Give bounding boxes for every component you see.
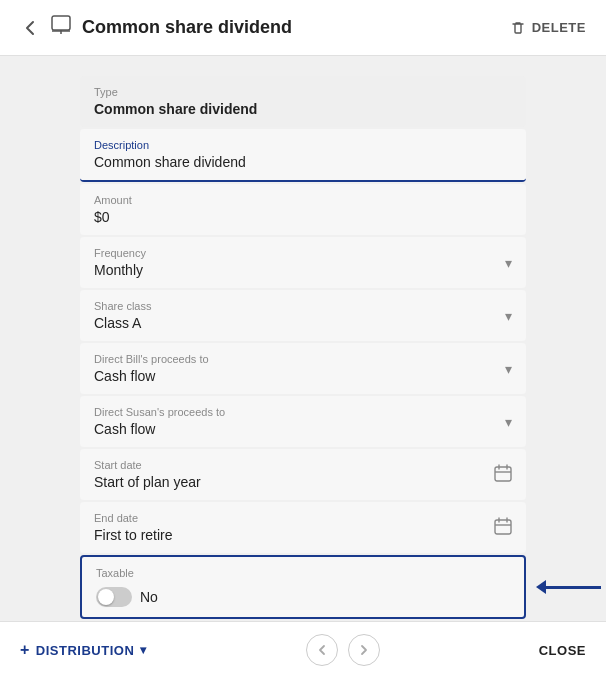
nav-arrows (306, 634, 380, 666)
header-left: Common share dividend (20, 14, 292, 41)
end-date-value: First to retire (94, 527, 173, 543)
end-date-label: End date (94, 512, 173, 524)
direct-bill-dropdown-icon: ▾ (505, 361, 512, 377)
person-icon (50, 14, 72, 41)
nav-prev-button[interactable] (306, 634, 338, 666)
svg-rect-3 (495, 467, 511, 481)
frequency-dropdown-icon: ▾ (505, 255, 512, 271)
form-content: Type Common share dividend Description C… (0, 56, 606, 621)
direct-bill-label: Direct Bill's proceeds to (94, 353, 209, 365)
amount-label: Amount (94, 194, 512, 206)
start-date-calendar-icon (494, 464, 512, 485)
taxable-wrapper: Taxable No (80, 555, 526, 619)
page-title: Common share dividend (82, 17, 292, 38)
header: Common share dividend DELETE (0, 0, 606, 56)
share-class-value: Class A (94, 315, 151, 331)
end-date-calendar-icon (494, 517, 512, 538)
distribution-label: DISTRIBUTION (36, 643, 134, 658)
arrow-head-icon (536, 580, 546, 594)
taxable-field[interactable]: Taxable No (80, 555, 526, 619)
arrow-annotation (536, 580, 601, 594)
distribution-button[interactable]: + DISTRIBUTION ▾ (20, 641, 147, 659)
taxable-toggle-row: No (96, 587, 510, 607)
description-label: Description (94, 139, 512, 151)
type-value: Common share dividend (94, 101, 512, 117)
arrow-line (546, 586, 601, 589)
taxable-toggle-knob (98, 589, 114, 605)
direct-bill-field[interactable]: Direct Bill's proceeds to Cash flow ▾ (80, 343, 526, 394)
share-class-dropdown-icon: ▾ (505, 308, 512, 324)
plus-icon: + (20, 641, 30, 659)
amount-value: $0 (94, 209, 512, 225)
type-label: Type (94, 86, 512, 98)
amount-field[interactable]: Amount $0 (80, 184, 526, 235)
description-field[interactable]: Description Common share dividend (80, 129, 526, 182)
back-button[interactable] (20, 18, 40, 38)
start-date-field[interactable]: Start date Start of plan year (80, 449, 526, 500)
frequency-value: Monthly (94, 262, 146, 278)
delete-button[interactable]: DELETE (510, 20, 586, 36)
direct-susan-value: Cash flow (94, 421, 225, 437)
direct-susan-label: Direct Susan's proceeds to (94, 406, 225, 418)
footer: + DISTRIBUTION ▾ CLOSE (0, 621, 606, 678)
nav-next-button[interactable] (348, 634, 380, 666)
svg-rect-7 (495, 520, 511, 534)
direct-susan-field[interactable]: Direct Susan's proceeds to Cash flow ▾ (80, 396, 526, 447)
type-field: Type Common share dividend (80, 76, 526, 127)
frequency-field[interactable]: Frequency Monthly ▾ (80, 237, 526, 288)
end-date-field[interactable]: End date First to retire (80, 502, 526, 553)
close-button[interactable]: CLOSE (539, 643, 586, 658)
svg-rect-0 (52, 16, 70, 30)
start-date-label: Start date (94, 459, 201, 471)
taxable-toggle[interactable] (96, 587, 132, 607)
start-date-value: Start of plan year (94, 474, 201, 490)
direct-bill-value: Cash flow (94, 368, 209, 384)
distribution-dropdown-icon: ▾ (140, 643, 147, 657)
description-value: Common share dividend (94, 154, 512, 170)
taxable-label: Taxable (96, 567, 510, 579)
share-class-label: Share class (94, 300, 151, 312)
frequency-label: Frequency (94, 247, 146, 259)
taxable-toggle-label: No (140, 589, 158, 605)
direct-susan-dropdown-icon: ▾ (505, 414, 512, 430)
share-class-field[interactable]: Share class Class A ▾ (80, 290, 526, 341)
